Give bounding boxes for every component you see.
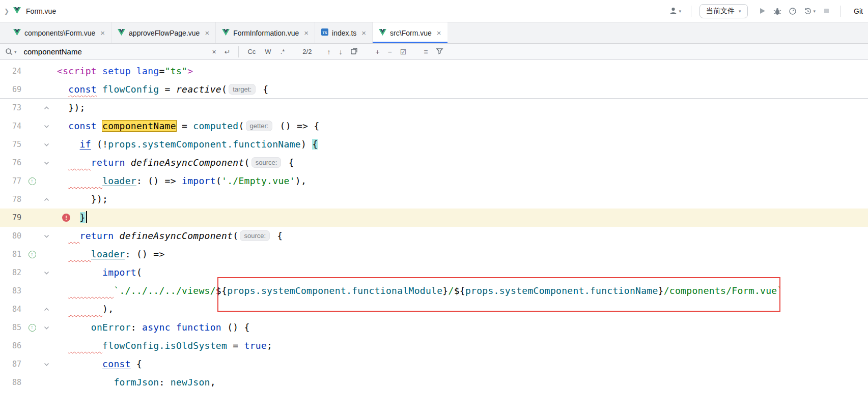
code-line[interactable]: 84 ), [0,300,868,318]
fold-expand-icon[interactable] [40,154,53,172]
line-number[interactable]: 74 [0,117,24,135]
debug-button[interactable] [772,7,783,15]
close-tab-icon[interactable]: × [304,28,309,37]
line-number[interactable]: 87 [0,355,24,373]
code-line[interactable]: 78 }); [0,190,868,208]
code-line[interactable]: 80 return defineAsyncComponent(source: { [0,227,868,245]
close-tab-icon[interactable]: × [205,28,209,37]
error-gutter-icon[interactable]: ! [62,214,70,222]
indent-error-squiggle [68,249,91,259]
indent [57,194,91,204]
run-button[interactable] [757,7,768,15]
line-number[interactable]: 82 [0,263,24,282]
code-text: }); [53,99,868,117]
code-line[interactable]: 75 if (!props.systemComponent.functionNa… [0,135,868,154]
clear-search-icon[interactable]: × [208,48,220,56]
implements-gutter-icon[interactable]: ↑ [24,172,40,190]
code-token: ( [244,157,250,168]
code-line[interactable]: 74 const componentName = computed(getter… [0,117,868,135]
code-line[interactable]: 82 import( [0,263,868,282]
indent [57,322,91,333]
line-number[interactable]: 80 [0,227,24,245]
code-line[interactable]: 79 }! [0,208,868,227]
close-tab-icon[interactable]: × [100,28,105,37]
fold-expand-icon[interactable] [40,263,53,282]
text-caret [86,211,87,223]
line-number[interactable]: 75 [0,135,24,154]
fold-column [40,172,53,190]
match-case-toggle[interactable]: Cc [243,48,260,55]
code-line[interactable]: 76 return defineAsyncComponent(source: { [0,154,868,172]
tab-components-form.vue[interactable]: components\Form.vue× [7,22,111,43]
newline-icon[interactable]: ↵ [220,48,235,56]
code-token: loader [102,175,136,186]
gutter-marker [24,117,40,135]
fold-expand-icon[interactable] [40,227,53,245]
line-number[interactable]: 78 [0,190,24,208]
tab-approveflowpage.vue[interactable]: approveFlowPage.vue× [111,22,216,43]
code-token: import [182,175,216,186]
search-results-list-button[interactable]: ≡ [419,48,432,56]
search-icon[interactable]: ▾ [5,48,17,56]
profiler-button[interactable] [787,7,798,15]
filter-icon[interactable] [432,47,447,56]
line-number[interactable]: 79 [0,208,24,227]
line-number[interactable]: 69 [0,80,24,98]
remove-occurrence-button[interactable]: − [384,48,396,56]
git-menu[interactable]: Git [854,7,863,15]
code-line[interactable]: 77↑ loader: () => import('./Empty.vue'), [0,172,868,190]
code-line[interactable]: 73 }); [0,99,868,117]
line-number[interactable]: 76 [0,154,24,172]
tab-index.ts[interactable]: TSindex.ts× [315,22,373,43]
code-token: ${ [454,285,465,296]
fold-collapse-icon[interactable] [40,190,53,208]
fold-expand-icon[interactable] [40,117,53,135]
fold-expand-icon[interactable] [40,135,53,154]
code-line[interactable]: 87 const { [0,355,868,373]
code-line[interactable]: 83 `./../../../views/${props.systemCompo… [0,282,868,300]
line-number[interactable]: 84 [0,300,24,318]
select-all-occurrences-button[interactable]: ☑ [396,48,411,56]
stop-button[interactable] [821,7,832,15]
prev-match-button[interactable]: ↑ [323,48,334,56]
line-number[interactable]: 88 [0,373,24,392]
tab-forminformation.vue[interactable]: FormInformation.vue× [216,22,315,43]
open-in-find-window-button[interactable] [346,47,362,56]
words-toggle[interactable]: W [260,48,275,55]
line-number[interactable]: 24 [0,62,24,80]
fold-collapse-icon[interactable] [40,300,53,318]
run-config-selector[interactable]: 当前文件 ▾ [699,4,748,18]
regex-toggle[interactable]: .* [276,48,290,55]
close-tab-icon[interactable]: × [361,28,366,37]
add-occurrence-button[interactable]: + [371,48,383,56]
match-count: 2/2 [302,48,312,55]
code-line[interactable]: 88 formJson: newJson, [0,373,868,392]
fold-expand-icon[interactable] [40,355,53,373]
line-number[interactable]: 85 [0,318,24,337]
title-bar: ❯ Form.vue ▾ 当前文件 ▾ ▾ Git [0,0,868,22]
line-number[interactable]: 83 [0,282,24,300]
code-line[interactable]: 24<script setup lang="ts"> [0,62,868,80]
code-line[interactable]: 69 const flowConfig = reactive(target: { [0,80,868,99]
code-line[interactable]: 86 flowConfig.isOldSystem = true; [0,337,868,355]
search-bar: ▾ componentName × ↵ Cc W .* 2/2 ↑ ↓ + − … [0,44,868,60]
run-history-button[interactable]: ▾ [802,7,818,15]
close-tab-icon[interactable]: × [437,28,441,37]
run-config-label: 当前文件 [706,7,735,16]
implements-gutter-icon[interactable]: ↑ [24,318,40,337]
line-number[interactable]: 81 [0,245,24,263]
code-line[interactable]: 85↑ onError: async function () { [0,318,868,337]
code-token: return [80,230,114,241]
search-input[interactable]: componentName [24,47,208,56]
code-line[interactable]: 81↑ loader: () => [0,245,868,263]
line-number[interactable]: 73 [0,99,24,117]
user-account-icon[interactable]: ▾ [667,7,683,15]
code-token: } [658,285,664,296]
line-number[interactable]: 77 [0,172,24,190]
fold-expand-icon[interactable] [40,318,53,337]
tab-src-form.vue[interactable]: src\Form.vue× [373,22,447,43]
line-number[interactable]: 86 [0,337,24,355]
next-match-button[interactable]: ↓ [334,48,346,56]
fold-collapse-icon[interactable] [40,99,53,117]
implements-gutter-icon[interactable]: ↑ [24,245,40,263]
